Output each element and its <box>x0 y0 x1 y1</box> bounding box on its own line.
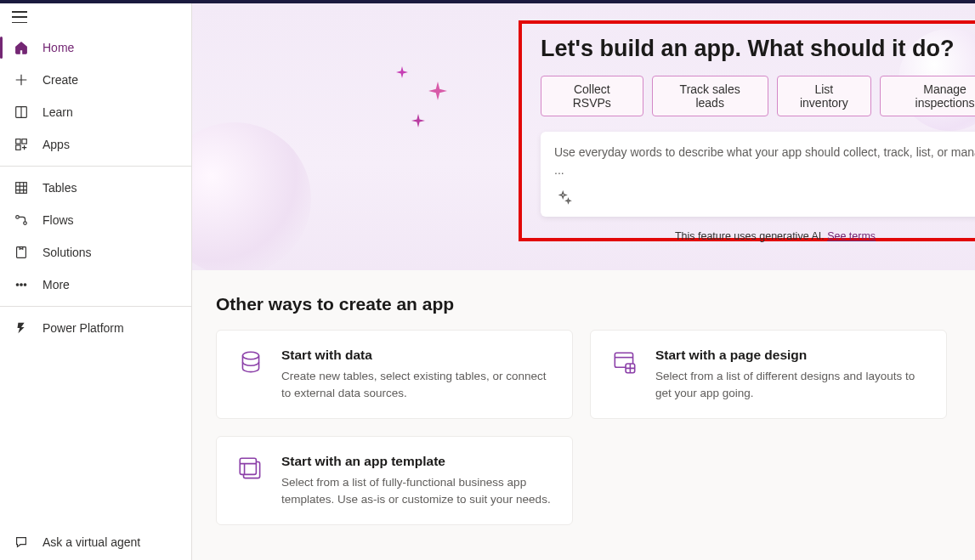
svg-rect-4 <box>16 183 27 194</box>
card-title: Start with data <box>281 348 553 363</box>
ai-note-text: This feature uses generative AI. <box>675 230 827 242</box>
apps-icon <box>14 137 29 152</box>
sidebar-item-learn[interactable]: Learn <box>0 96 191 128</box>
book-icon <box>14 105 29 120</box>
card-desc: Create new tables, select existing table… <box>281 368 553 401</box>
card-start-with-data[interactable]: Start with data Create new tables, selec… <box>216 330 573 419</box>
sidebar-item-label: Create <box>43 73 78 87</box>
chip-manage-inspections[interactable]: Manage inspections <box>880 76 975 116</box>
sidebar-item-flows[interactable]: Flows <box>0 204 191 236</box>
template-icon <box>235 454 266 484</box>
sidebar-item-label: More <box>43 278 70 291</box>
sidebar-item-label: Tables <box>43 181 77 195</box>
svg-point-11 <box>242 352 258 359</box>
flow-icon <box>14 212 29 228</box>
sidebar-item-more[interactable]: More <box>0 269 191 301</box>
sidebar-item-label: Learn <box>43 105 73 119</box>
prompt-input[interactable]: Use everyday words to describe what your… <box>554 144 975 179</box>
layout-icon <box>609 348 640 378</box>
svg-rect-3 <box>16 145 20 150</box>
sidebar-item-create[interactable]: Create <box>0 64 191 96</box>
card-start-with-page-design[interactable]: Start with a page design Select from a l… <box>590 330 947 419</box>
svg-point-10 <box>24 284 26 286</box>
solutions-icon <box>14 245 29 260</box>
svg-rect-1 <box>16 139 20 144</box>
card-title: Start with an app template <box>281 454 553 469</box>
hero-section: Let's build an app. What should it do? C… <box>192 3 975 270</box>
home-icon <box>14 40 29 55</box>
plus-icon <box>14 72 29 88</box>
sparkle-icon <box>411 114 425 127</box>
sidebar-item-apps[interactable]: Apps <box>0 128 191 161</box>
hero-title: Let's build an app. What should it do? <box>541 36 975 62</box>
ai-disclaimer: This feature uses generative AI. See ter… <box>522 230 975 242</box>
power-platform-icon <box>14 320 29 336</box>
hero-highlight-box: Let's build an app. What should it do? C… <box>519 20 975 241</box>
sidebar-item-label: Home <box>43 41 74 54</box>
see-terms-link[interactable]: See terms <box>827 230 876 242</box>
suggestion-chips: Collect RSVPs Track sales leads List inv… <box>522 76 975 132</box>
table-icon <box>14 180 29 195</box>
chip-list-inventory[interactable]: List inventory <box>777 76 871 116</box>
svg-point-6 <box>24 222 27 225</box>
chat-icon <box>14 535 29 550</box>
main-content: Let's build an app. What should it do? C… <box>192 3 975 560</box>
svg-point-9 <box>20 284 23 286</box>
sidebar-item-home[interactable]: Home <box>0 31 191 64</box>
other-ways-section: Other ways to create an app Start with d… <box>192 270 975 542</box>
database-icon <box>235 348 266 378</box>
more-icon <box>14 277 29 292</box>
sidebar-item-label: Solutions <box>43 246 92 259</box>
sidebar-item-label: Power Platform <box>43 321 124 335</box>
card-desc: Select from a list of fully-functional b… <box>281 474 553 507</box>
svg-point-8 <box>16 284 19 286</box>
sparkle-icon <box>396 66 408 78</box>
ask-virtual-agent[interactable]: Ask a virtual agent <box>0 524 191 560</box>
card-start-with-template[interactable]: Start with an app template Select from a… <box>216 436 573 525</box>
sidebar-item-tables[interactable]: Tables <box>0 172 191 204</box>
card-title: Start with a page design <box>655 348 927 363</box>
svg-point-5 <box>16 216 20 219</box>
hamburger-icon[interactable] <box>12 11 27 23</box>
sidebar: Home Create Learn Apps Tables <box>0 3 192 560</box>
other-ways-title: Other ways to create an app <box>216 294 951 314</box>
sidebar-item-power-platform[interactable]: Power Platform <box>0 312 191 344</box>
svg-rect-2 <box>22 139 26 144</box>
prompt-card: Use everyday words to describe what your… <box>541 132 975 217</box>
ai-sparkle-icon[interactable] <box>554 188 575 208</box>
chip-track-sales-leads[interactable]: Track sales leads <box>652 76 768 116</box>
footer-label: Ask a virtual agent <box>43 535 140 549</box>
sidebar-item-solutions[interactable]: Solutions <box>0 236 191 269</box>
sidebar-item-label: Apps <box>43 138 70 151</box>
chip-collect-rsvps[interactable]: Collect RSVPs <box>541 76 643 116</box>
svg-rect-15 <box>240 458 256 474</box>
card-desc: Select from a list of different designs … <box>655 368 927 401</box>
sparkle-icon <box>428 82 447 100</box>
sidebar-item-label: Flows <box>43 213 74 227</box>
